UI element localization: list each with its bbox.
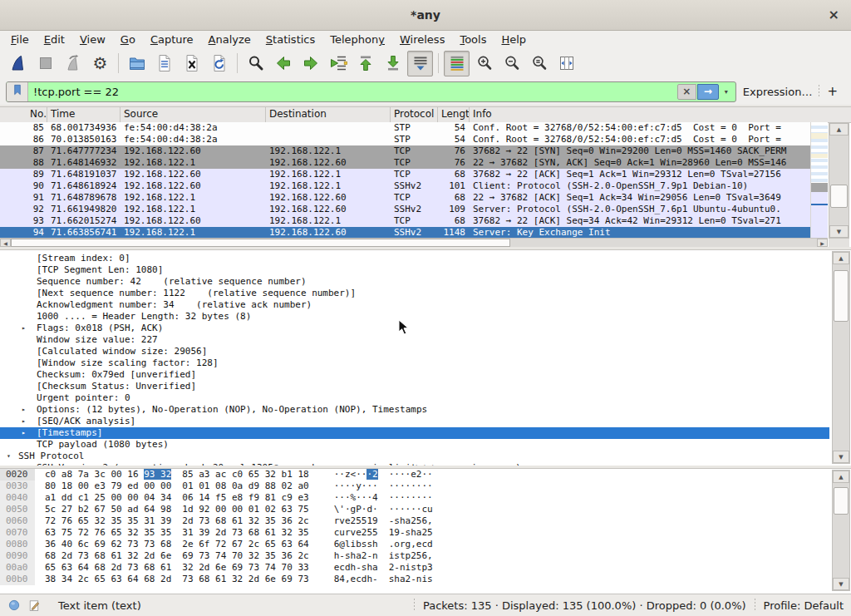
profile-text[interactable]: Profile: Default: [764, 599, 844, 612]
filter-clear-button[interactable]: ×: [677, 84, 696, 100]
go-back-button[interactable]: [270, 51, 296, 76]
auto-scroll-button[interactable]: [407, 51, 433, 76]
scroll-left-icon[interactable]: ◀: [0, 239, 11, 247]
expert-info-icon[interactable]: [7, 599, 21, 612]
column-header-destination[interactable]: Destination: [266, 107, 391, 122]
detail-line[interactable]: ▸SSH Version 2 (encryption:chacha20-poly…: [0, 462, 829, 466]
detail-line[interactable]: [Next sequence number: 1122 (relative se…: [0, 288, 829, 299]
close-file-button[interactable]: [179, 51, 204, 76]
scroll-up-icon[interactable]: ▲: [833, 471, 849, 483]
detail-line[interactable]: [Window size scaling factor: 128]: [0, 357, 829, 369]
add-filter-button[interactable]: +: [819, 84, 845, 99]
packet-row-88[interactable]: 8871.648146932192.168.122.1192.168.122.6…: [0, 157, 811, 169]
go-to-bottom-button[interactable]: [380, 51, 406, 76]
detail-line[interactable]: [TCP Segment Len: 1080]: [0, 264, 829, 276]
packet-row-90[interactable]: 9071.648618924192.168.122.60192.168.122.…: [0, 180, 811, 192]
menu-help[interactable]: Help: [494, 33, 534, 46]
scroll-track[interactable]: [833, 483, 849, 578]
collapse-icon[interactable]: ▾: [7, 451, 11, 462]
details-vscrollbar[interactable]: ▲ ▼: [832, 251, 850, 464]
detail-line[interactable]: Urgent pointer: 0: [0, 392, 829, 404]
scroll-thumb[interactable]: [11, 239, 510, 247]
hex-row-00a0[interactable]: 00a065 63 64 68 2d 73 68 6132 2d 6e 69 7…: [0, 562, 851, 574]
menu-edit[interactable]: Edit: [37, 33, 72, 46]
filter-apply-button[interactable]: →: [697, 84, 719, 100]
zoom-original-button[interactable]: [526, 51, 552, 76]
menu-go[interactable]: Go: [113, 33, 143, 46]
scroll-down-icon[interactable]: ▼: [833, 451, 849, 463]
menu-telephony[interactable]: Telephony: [322, 33, 392, 46]
display-filter-field[interactable]: !tcp.port == 22 × → ▾: [6, 81, 736, 102]
packet-row-94[interactable]: 9471.663856741192.168.122.1192.168.122.6…: [0, 227, 811, 239]
scroll-down-icon[interactable]: ▼: [829, 225, 849, 238]
go-forward-button[interactable]: [298, 51, 323, 76]
detail-line[interactable]: Checksum: 0x79ed [unverified]: [0, 369, 829, 381]
packet-list-hscrollbar[interactable]: ◀ ▶: [0, 238, 828, 247]
hex-row-0030[interactable]: 003080 18 00 e3 79 ed 00 0001 01 08 0a d…: [0, 480, 851, 492]
capture-options-button[interactable]: ⚙: [87, 51, 113, 76]
start-capture-button[interactable]: [5, 51, 31, 76]
scroll-track[interactable]: [11, 239, 817, 247]
menu-wireless[interactable]: Wireless: [392, 33, 452, 46]
menu-tools[interactable]: Tools: [452, 33, 494, 46]
column-header-info[interactable]: Info: [470, 107, 851, 122]
hex-row-0050[interactable]: 00505c 27 b2 67 50 ad 64 981d 92 00 00 0…: [0, 504, 851, 515]
hex-row-0090[interactable]: 009068 2d 73 68 61 32 2d 6e69 73 74 70 3…: [0, 550, 851, 562]
filter-bookmark-button[interactable]: [7, 82, 28, 101]
bytes-vscrollbar[interactable]: ▲ ▼: [832, 470, 850, 591]
scroll-down-icon[interactable]: ▼: [833, 578, 849, 590]
zoom-in-button[interactable]: [471, 51, 497, 76]
scroll-right-icon[interactable]: ▶: [817, 239, 828, 247]
go-to-top-button[interactable]: [352, 51, 378, 76]
column-header-no[interactable]: No.: [0, 107, 47, 122]
expand-icon[interactable]: ▸: [22, 404, 26, 416]
scroll-up-icon[interactable]: ▲: [833, 252, 849, 264]
detail-line[interactable]: Window size value: 227: [0, 334, 829, 346]
reload-file-button[interactable]: [206, 51, 232, 76]
scroll-thumb[interactable]: [830, 185, 848, 208]
detail-line[interactable]: ▾SSH Protocol: [0, 451, 829, 462]
scroll-track[interactable]: [829, 136, 849, 225]
menu-file[interactable]: File: [3, 33, 37, 46]
colorize-packets-button[interactable]: [444, 51, 470, 76]
scroll-up-icon[interactable]: ▲: [829, 123, 849, 136]
scroll-thumb[interactable]: [834, 270, 849, 322]
menu-analyze[interactable]: Analyze: [201, 33, 258, 46]
detail-line[interactable]: [Stream index: 0]: [0, 253, 829, 264]
expression-button[interactable]: Expression…: [736, 86, 819, 98]
packet-row-86[interactable]: 8670.013850163fe:54:00:d4:38:2aSTP54Conf…: [0, 134, 811, 145]
packet-row-91[interactable]: 9171.648789678192.168.122.1192.168.122.6…: [0, 192, 811, 204]
detail-line[interactable]: ▸Options: (12 bytes), No-Operation (NOP)…: [0, 404, 829, 416]
detail-line[interactable]: [Checksum Status: Unverified]: [0, 381, 829, 392]
detail-line[interactable]: TCP payload (1080 bytes): [0, 439, 829, 451]
detail-line[interactable]: ▸[Timestamps]: [0, 427, 829, 439]
find-packet-button[interactable]: [243, 51, 268, 76]
expand-icon[interactable]: ▸: [22, 462, 26, 466]
filter-dropdown-caret[interactable]: ▾: [721, 85, 732, 99]
detail-line[interactable]: [Calculated window size: 29056]: [0, 346, 829, 357]
column-header-protocol[interactable]: Protocol: [391, 107, 438, 122]
hex-row-0080[interactable]: 008036 40 6c 69 62 73 73 682e 6f 72 67 2…: [0, 539, 851, 550]
packet-list-minimap[interactable]: [810, 122, 828, 239]
detail-line[interactable]: Sequence number: 42 (relative sequence n…: [0, 276, 829, 288]
detail-line[interactable]: Acknowledgment number: 34 (relative ack …: [0, 299, 829, 311]
open-file-button[interactable]: [124, 51, 150, 76]
detail-line[interactable]: ▸Flags: 0x018 (PSH, ACK): [0, 323, 829, 334]
packet-row-92[interactable]: 9271.661949820192.168.122.1192.168.122.6…: [0, 204, 811, 215]
resize-columns-button[interactable]: [553, 51, 579, 76]
packet-row-87[interactable]: 8771.647777234192.168.122.60192.168.122.…: [0, 145, 811, 157]
scroll-track[interactable]: [833, 264, 849, 451]
column-header-length[interactable]: Length: [438, 107, 470, 122]
hex-row-0040[interactable]: 0040a1 dd c1 25 00 00 04 3406 14 f5 e8 f…: [0, 492, 851, 504]
packet-list-vscrollbar[interactable]: ▲ ▼: [829, 122, 849, 239]
detail-line[interactable]: ▸[SEQ/ACK analysis]: [0, 416, 829, 427]
expand-icon[interactable]: ▸: [22, 323, 26, 334]
save-file-button[interactable]: [151, 51, 177, 76]
column-header-source[interactable]: Source: [121, 107, 266, 122]
zoom-out-button[interactable]: [499, 51, 524, 76]
detail-line[interactable]: 1000 .... = Header Length: 32 bytes (8): [0, 311, 829, 323]
column-header-time[interactable]: Time: [47, 107, 121, 122]
menu-capture[interactable]: Capture: [143, 33, 201, 46]
hex-row-00b0[interactable]: 00b038 34 2c 65 63 64 68 2d73 68 61 32 2…: [0, 574, 851, 585]
go-to-packet-button[interactable]: [325, 51, 351, 76]
